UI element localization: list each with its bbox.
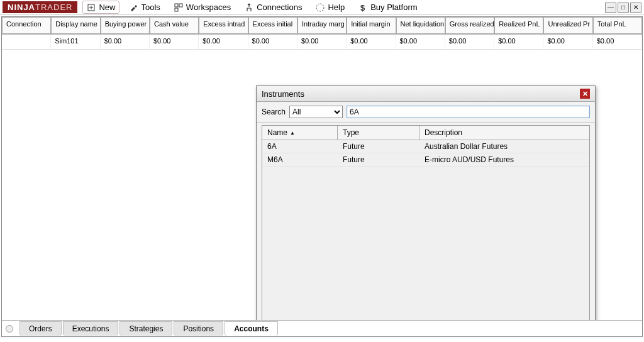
cell-buying-power: $0.00 xyxy=(101,35,150,49)
inst-name: M6A xyxy=(262,153,338,166)
svg-rect-3 xyxy=(175,4,178,7)
inst-name: 6A xyxy=(262,140,338,153)
cell-total-pnl: $0.00 xyxy=(593,35,642,49)
menu-workspaces[interactable]: Workspaces xyxy=(170,1,235,14)
col-inst-name-label: Name xyxy=(267,128,287,137)
instrument-row[interactable]: 6A Future Australian Dollar Futures xyxy=(262,140,589,153)
col-net-liquidation[interactable]: Net liquidation xyxy=(396,17,445,34)
inst-type: Future xyxy=(338,153,419,166)
accounts-panel: Connection Display name Buying power Cas… xyxy=(1,16,643,337)
col-cash-value[interactable]: Cash value xyxy=(150,17,199,34)
connections-icon xyxy=(245,3,253,12)
menu-tools-label: Tools xyxy=(141,3,160,12)
cell-cash-value: $0.00 xyxy=(150,35,199,49)
sort-up-icon: ▲ xyxy=(290,130,295,136)
menu-buy-platform[interactable]: $ Buy Platform xyxy=(354,1,421,14)
dialog-close-button[interactable]: ✕ xyxy=(580,89,590,99)
tab-orders[interactable]: Orders xyxy=(19,321,62,336)
dialog-title-text: Instruments xyxy=(262,89,304,99)
col-connection[interactable]: Connection xyxy=(2,17,51,34)
col-initial-margin[interactable]: Initial margin xyxy=(347,17,396,34)
col-display-name[interactable]: Display name xyxy=(51,17,100,34)
col-total-pnl[interactable]: Total PnL xyxy=(593,17,642,34)
col-inst-desc[interactable]: Description xyxy=(419,126,589,140)
filter-select[interactable]: All xyxy=(289,106,343,118)
instruments-dialog: Instruments ✕ Search All Name ▲ Type Des… xyxy=(256,86,596,320)
menu-workspaces-label: Workspaces xyxy=(186,3,231,12)
grid-body: Sim101 $0.00 $0.00 $0.00 $0.00 $0.00 $0.… xyxy=(2,35,642,320)
dialog-search-row: Search All xyxy=(257,102,595,123)
close-button[interactable]: ✕ xyxy=(630,3,641,13)
tab-strategies[interactable]: Strategies xyxy=(119,321,172,336)
logo-part1: NINJA xyxy=(8,3,35,12)
bottom-tabs: Orders Executions Strategies Positions A… xyxy=(2,320,642,336)
col-excess-intraday[interactable]: Excess intrad xyxy=(199,17,248,34)
grid-row[interactable]: Sim101 $0.00 $0.00 $0.00 $0.00 $0.00 $0.… xyxy=(2,35,642,50)
cell-intraday-margin: $0.00 xyxy=(297,35,347,49)
col-unrealized-pnl[interactable]: Unrealized Pr xyxy=(543,17,592,34)
cell-net-liquidation: $0.00 xyxy=(396,35,445,49)
new-icon xyxy=(87,3,96,12)
tab-executions[interactable]: Executions xyxy=(63,321,119,336)
svg-rect-5 xyxy=(175,8,178,11)
cell-realized-pnl: $0.00 xyxy=(494,35,543,49)
menu-buy-label: Buy Platform xyxy=(370,3,417,12)
cell-unrealized-pnl: $0.00 xyxy=(543,35,592,49)
inst-type: Future xyxy=(338,140,419,153)
svg-point-6 xyxy=(316,4,324,11)
menu-tools[interactable]: Tools xyxy=(125,1,164,14)
cell-excess-initial: $0.00 xyxy=(248,35,297,49)
instrument-row[interactable]: M6A Future E-micro AUD/USD Futures xyxy=(262,153,589,167)
help-icon xyxy=(316,3,325,12)
tab-accounts[interactable]: Accounts xyxy=(225,321,278,336)
col-excess-initial[interactable]: Excess initial xyxy=(248,17,297,34)
logo-part2: TRADER xyxy=(35,3,72,12)
instrument-list: Name ▲ Type Description 6A Future Austra… xyxy=(262,125,590,320)
grid-header: Connection Display name Buying power Cas… xyxy=(2,17,642,35)
col-realized-pnl[interactable]: Realized PnL xyxy=(494,17,543,34)
menu-new[interactable]: New xyxy=(82,1,119,14)
menu-help-label: Help xyxy=(328,3,345,12)
window-controls: — □ ✕ xyxy=(604,3,641,13)
tab-positions[interactable]: Positions xyxy=(174,321,223,336)
cell-display-name: Sim101 xyxy=(51,35,100,49)
search-input[interactable] xyxy=(347,106,590,118)
menu-new-label: New xyxy=(99,3,115,12)
svg-rect-4 xyxy=(179,4,182,7)
tools-icon xyxy=(129,3,138,12)
cell-connection xyxy=(2,35,51,49)
svg-text:$: $ xyxy=(360,3,365,12)
cell-gross-realized: $0.00 xyxy=(445,35,494,49)
menu-connections-label: Connections xyxy=(257,3,302,12)
dialog-titlebar[interactable]: Instruments ✕ xyxy=(257,86,595,102)
search-label: Search xyxy=(262,108,286,116)
menu-connections[interactable]: Connections xyxy=(240,1,306,14)
main-menubar: NINJATRADER New Tools Workspaces Connect… xyxy=(0,0,644,15)
inst-desc: Australian Dollar Futures xyxy=(419,140,589,153)
minimize-button[interactable]: — xyxy=(605,3,616,13)
maximize-button[interactable]: □ xyxy=(618,3,629,13)
dollar-icon: $ xyxy=(358,3,367,12)
cell-excess-intraday: $0.00 xyxy=(199,35,248,49)
app-logo: NINJATRADER xyxy=(3,1,77,13)
col-gross-realized[interactable]: Gross realized xyxy=(445,17,494,34)
col-buying-power[interactable]: Buying power xyxy=(101,17,150,34)
instrument-list-body: 6A Future Australian Dollar Futures M6A … xyxy=(262,140,589,320)
instrument-list-header: Name ▲ Type Description xyxy=(262,126,589,140)
connection-status-icon xyxy=(6,325,13,333)
inst-desc: E-micro AUD/USD Futures xyxy=(419,153,589,166)
workspaces-icon xyxy=(174,3,183,12)
col-intraday-margin[interactable]: Intraday marg xyxy=(297,17,347,34)
col-inst-type[interactable]: Type xyxy=(338,126,419,140)
col-inst-name[interactable]: Name ▲ xyxy=(262,126,338,140)
menu-help[interactable]: Help xyxy=(311,1,349,14)
cell-initial-margin: $0.00 xyxy=(347,35,396,49)
